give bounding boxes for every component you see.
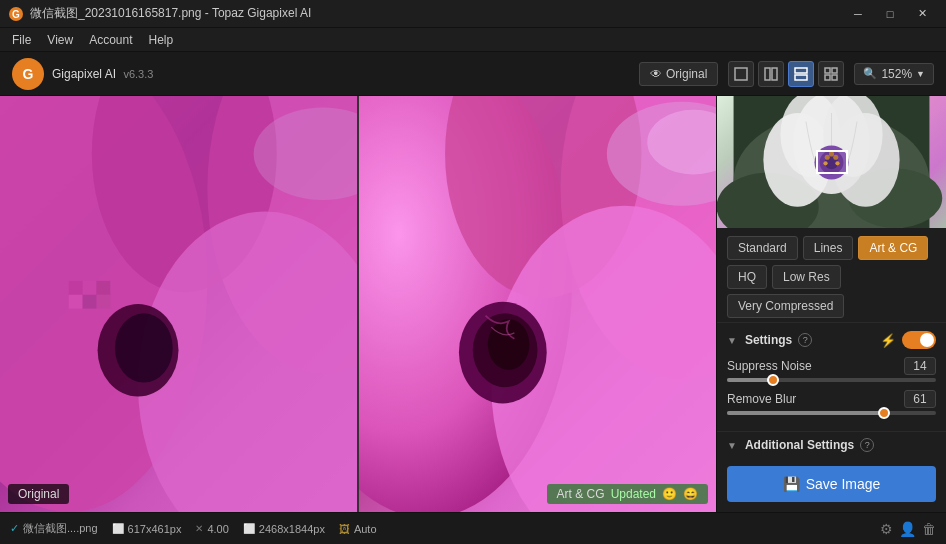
settings-gear-icon[interactable]: ⚙ <box>880 521 893 537</box>
check-icon: ✓ <box>10 522 19 535</box>
remove-blur-fill <box>727 411 884 415</box>
settings-toggle[interactable] <box>902 331 936 349</box>
output-dimensions-item: ⬜ 2468x1844px <box>243 523 325 535</box>
remove-blur-thumb[interactable] <box>878 407 890 419</box>
auto-icon: 🖼 <box>339 523 350 535</box>
updated-badge: Updated <box>611 487 656 501</box>
additional-settings-header[interactable]: ▼ Additional Settings ? <box>727 438 936 452</box>
window-controls: ─ □ ✕ <box>842 0 938 28</box>
enhanced-panel-label: Art & CG Updated 🙂 😄 <box>547 484 708 504</box>
menubar: File View Account Help <box>0 28 946 52</box>
original-button[interactable]: 👁 Original <box>639 62 718 86</box>
svg-rect-2 <box>735 68 747 80</box>
svg-text:G: G <box>12 9 20 20</box>
emoji-satisfied-icon[interactable]: 🙂 <box>662 487 677 501</box>
svg-rect-9 <box>825 75 830 80</box>
trash-icon[interactable]: 🗑 <box>922 521 936 537</box>
suppress-noise-track[interactable] <box>727 378 936 382</box>
window-title: 微信截图_20231016165817.png - Topaz Gigapixe… <box>30 5 842 22</box>
suppress-noise-thumb[interactable] <box>767 374 779 386</box>
mode-lowres-button[interactable]: Low Res <box>772 265 841 289</box>
app-version: v6.3.3 <box>123 68 153 80</box>
svg-rect-10 <box>832 75 837 80</box>
mode-standard-button[interactable]: Standard <box>727 236 798 260</box>
menu-help[interactable]: Help <box>141 31 182 49</box>
additional-settings-section: ▼ Additional Settings ? <box>717 431 946 466</box>
header-toolbar: G Gigapixel AI v6.3.3 👁 Original <box>0 52 946 96</box>
remove-blur-value: 61 <box>904 390 936 408</box>
zoom-dropdown-icon: ▼ <box>916 69 925 79</box>
original-panel[interactable]: Original <box>0 96 357 512</box>
menu-account[interactable]: Account <box>81 31 140 49</box>
original-label: Original <box>666 67 707 81</box>
auto-label: Auto <box>354 523 377 535</box>
zoom-control[interactable]: 🔍 152% ▼ <box>854 63 934 85</box>
close-button[interactable]: ✕ <box>906 0 938 28</box>
mode-hq-button[interactable]: HQ <box>727 265 767 289</box>
filename: 微信截图....png <box>23 521 98 536</box>
svg-rect-8 <box>832 68 837 73</box>
app-name: Gigapixel AI <box>52 67 116 81</box>
svg-rect-18 <box>83 281 97 295</box>
menu-view[interactable]: View <box>39 31 81 49</box>
scale-value: 4.00 <box>207 523 228 535</box>
suppress-noise-row: Suppress Noise 14 <box>727 357 936 382</box>
app-window-icon: G <box>8 6 24 22</box>
svg-rect-20 <box>69 295 83 309</box>
emoji-happy-icon[interactable]: 😄 <box>683 487 698 501</box>
svg-point-30 <box>488 319 530 370</box>
lightning-icon: ⚡ <box>880 333 896 348</box>
suppress-noise-label: Suppress Noise <box>727 359 812 373</box>
settings-section: ▼ Settings ? ⚡ Suppress Noise 14 <box>717 322 946 431</box>
thumbnail-selection-rect[interactable] <box>816 150 848 174</box>
person-icon[interactable]: 👤 <box>899 521 916 537</box>
remove-blur-track[interactable] <box>727 411 936 415</box>
svg-rect-19 <box>96 281 110 295</box>
source-dimensions-item: ⬜ 617x461px <box>112 523 182 535</box>
svg-point-16 <box>115 313 173 382</box>
right-panel: Standard Lines Art & CG HQ Low Res Very … <box>716 96 946 512</box>
filename-item: ✓ 微信截图....png <box>10 521 98 536</box>
maximize-button[interactable]: □ <box>874 0 906 28</box>
mode-buttons: Standard Lines Art & CG HQ Low Res Very … <box>717 228 946 322</box>
view-split-vertical-button[interactable] <box>758 61 784 87</box>
additional-settings-help-icon[interactable]: ? <box>860 438 874 452</box>
save-image-button[interactable]: 💾 Save Image <box>727 466 936 502</box>
image-panels: Original <box>0 96 716 512</box>
settings-header[interactable]: ▼ Settings ? ⚡ <box>727 331 936 349</box>
save-label: Save Image <box>806 476 881 492</box>
eye-icon: 👁 <box>650 67 662 81</box>
settings-help-icon[interactable]: ? <box>798 333 812 347</box>
minimize-button[interactable]: ─ <box>842 0 874 28</box>
menu-file[interactable]: File <box>4 31 39 49</box>
remove-blur-label: Remove Blur <box>727 392 796 406</box>
save-icon: 💾 <box>783 476 800 492</box>
source-dimensions: 617x461px <box>128 523 182 535</box>
zoom-in-icon: 🔍 <box>863 67 877 80</box>
svg-rect-6 <box>795 75 807 80</box>
statusbar: ✓ 微信截图....png ⬜ 617x461px ✕ 4.00 ⬜ 2468x… <box>0 512 946 544</box>
auto-item[interactable]: 🖼 Auto <box>339 523 377 535</box>
mode-artcg-button[interactable]: Art & CG <box>858 236 928 260</box>
view-controls: 👁 Original <box>639 61 934 87</box>
content-area: Original <box>0 96 946 512</box>
svg-rect-22 <box>96 295 110 309</box>
thumbnail-area <box>717 96 946 228</box>
enhanced-panel[interactable]: Art & CG Updated 🙂 😄 <box>357 96 716 512</box>
view-single-button[interactable] <box>728 61 754 87</box>
image-area: Original <box>0 96 716 512</box>
view-quad-button[interactable] <box>818 61 844 87</box>
mode-lines-button[interactable]: Lines <box>803 236 854 260</box>
zoom-value: 152% <box>881 67 912 81</box>
svg-rect-4 <box>772 68 777 80</box>
mode-verycompressed-button[interactable]: Very Compressed <box>727 294 844 318</box>
output-dimensions: 2468x1844px <box>259 523 325 535</box>
svg-rect-17 <box>69 281 83 295</box>
art-cg-label: Art & CG <box>557 487 605 501</box>
additional-settings-title: Additional Settings <box>745 438 854 452</box>
view-split-horizontal-button[interactable] <box>788 61 814 87</box>
settings-controls: ⚡ <box>880 331 936 349</box>
settings-title: Settings <box>745 333 792 347</box>
app-name-version: Gigapixel AI v6.3.3 <box>52 67 153 81</box>
dimensions-icon: ⬜ <box>112 523 124 534</box>
